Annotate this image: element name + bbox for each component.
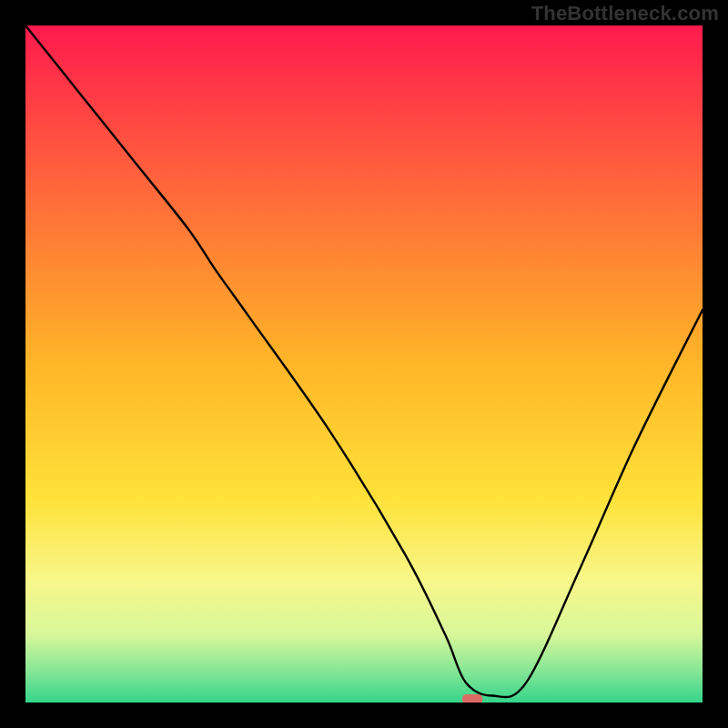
watermark-text: TheBottleneck.com <box>531 2 719 25</box>
chart-svg <box>25 25 703 703</box>
minimum-marker <box>462 694 482 703</box>
gradient-background <box>25 25 703 703</box>
plot-area <box>25 25 703 703</box>
chart-frame: TheBottleneck.com <box>0 0 728 728</box>
